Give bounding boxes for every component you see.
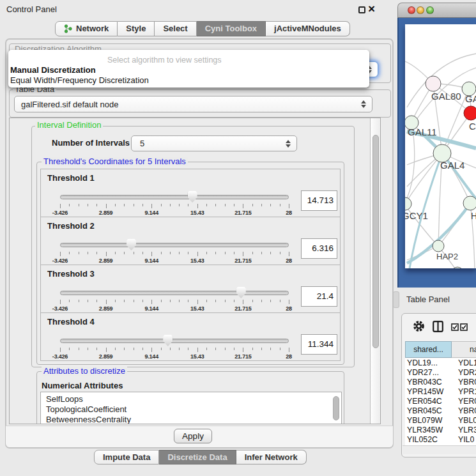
slider-track[interactable] bbox=[60, 195, 289, 199]
threshold-value-box[interactable]: 6.316 bbox=[301, 238, 337, 259]
apply-button[interactable]: Apply bbox=[174, 429, 212, 443]
popup-item-equal-width-frequency[interactable]: Equal Width/Frequency Discretization bbox=[10, 75, 368, 85]
table-cell[interactable]: YBR0 bbox=[452, 406, 476, 416]
table-row[interactable]: YPR145WYPR1 bbox=[405, 387, 476, 397]
tab-impute-data[interactable]: Impute Data bbox=[94, 450, 159, 464]
slider-tick bbox=[106, 204, 107, 208]
slider-track[interactable] bbox=[60, 243, 289, 247]
slider-tick bbox=[261, 300, 262, 302]
panel-scrollbar[interactable] bbox=[370, 118, 381, 424]
settings-scroll-panel: Interval Definition Number of Intervals … bbox=[9, 118, 381, 424]
split-columns-icon[interactable] bbox=[433, 321, 443, 332]
table-column-header[interactable]: na bbox=[452, 341, 476, 358]
table-cell[interactable]: YLR3 bbox=[452, 426, 476, 435]
table-cell[interactable]: YIL0 bbox=[452, 435, 474, 445]
threshold-slider[interactable]: -3.4262.8599.14415.4321.71528 bbox=[60, 191, 289, 217]
threshold-value-box[interactable]: 14.713 bbox=[301, 190, 337, 211]
network-node[interactable] bbox=[405, 197, 411, 210]
slider-thumb[interactable] bbox=[188, 191, 197, 203]
slider-tick bbox=[151, 204, 152, 208]
slider-tick-label: 28 bbox=[286, 305, 292, 312]
threshold-slider[interactable]: -3.4262.8599.14415.4321.71528 bbox=[60, 335, 289, 360]
slider-tick bbox=[151, 300, 152, 304]
list-scrollbar-thumb[interactable] bbox=[333, 396, 339, 420]
panel-scrollbar-thumb[interactable] bbox=[372, 135, 379, 348]
panel-divider-handle[interactable] bbox=[393, 291, 399, 308]
table-row[interactable]: YLR345WYLR3 bbox=[405, 426, 476, 435]
slider-track[interactable] bbox=[60, 339, 289, 343]
table-cell[interactable]: YBR0 bbox=[452, 378, 476, 387]
checkbox-icon[interactable] bbox=[460, 323, 468, 331]
slider-thumb[interactable] bbox=[236, 287, 246, 298]
table-cell[interactable]: YIL052C bbox=[405, 435, 452, 445]
threshold-value-box[interactable]: 11.344 bbox=[301, 334, 337, 355]
slider-tick bbox=[161, 204, 162, 206]
checkbox-icon[interactable] bbox=[451, 323, 459, 331]
tab-style[interactable]: Style bbox=[118, 21, 155, 36]
table-row[interactable]: YIL052CYIL0 bbox=[405, 435, 476, 445]
slider-track[interactable] bbox=[60, 291, 289, 295]
slider-thumb[interactable] bbox=[163, 335, 173, 346]
attribute-list-item[interactable]: TopologicalCoefficient bbox=[41, 404, 341, 415]
slider-tick bbox=[124, 348, 125, 350]
tab-discretize-data[interactable]: Discretize Data bbox=[159, 450, 236, 464]
popup-item-manual-discretization[interactable]: Manual Discretization bbox=[10, 65, 368, 75]
slider-tick-label: 2.859 bbox=[99, 210, 113, 216]
attribute-list-item[interactable]: BetweennessCentrality bbox=[41, 415, 341, 424]
threshold-label: Threshold 1 bbox=[47, 173, 95, 183]
table-cell[interactable]: YBR045C bbox=[405, 406, 452, 416]
table-cell[interactable]: YDR27... bbox=[405, 368, 452, 378]
table-cell[interactable]: YER0 bbox=[452, 397, 476, 406]
tab-cyni-toolbox[interactable]: Cyni Toolbox bbox=[197, 21, 266, 36]
slider-tick bbox=[115, 300, 116, 302]
table-cell[interactable]: YDR2 bbox=[452, 368, 476, 378]
attribute-list-item[interactable]: SelfLoops bbox=[41, 394, 341, 404]
float-window-icon[interactable] bbox=[358, 6, 365, 13]
tab-infer-network[interactable]: Infer Network bbox=[236, 450, 307, 464]
gear-icon[interactable] bbox=[413, 320, 425, 332]
number-of-intervals-select[interactable]: 5 bbox=[131, 135, 297, 151]
network-node[interactable] bbox=[464, 106, 476, 120]
table-hscrollbar[interactable] bbox=[403, 445, 476, 454]
numerical-attributes-list[interactable]: SelfLoopsTopologicalCoefficientBetweenne… bbox=[40, 392, 342, 424]
table-cell[interactable]: YDL19... bbox=[405, 358, 452, 368]
table-row[interactable]: YBL079WYBL0 bbox=[405, 416, 476, 426]
mac-close-icon[interactable] bbox=[408, 6, 415, 14]
table-cell[interactable]: YBR043C bbox=[405, 378, 452, 387]
slider-tick bbox=[69, 348, 70, 350]
table-row[interactable]: YDL19...YDL1 bbox=[405, 358, 476, 368]
threshold-slider[interactable]: -3.4262.8599.14415.4321.71528 bbox=[60, 239, 289, 265]
table-cell[interactable]: YPR1 bbox=[452, 387, 476, 397]
table-row[interactable]: YER054CYER0 bbox=[405, 397, 476, 406]
network-canvas[interactable]: GAL80GACGAL11GAL4GCY1HHAP2 bbox=[405, 24, 476, 268]
slider-thumb[interactable] bbox=[127, 239, 136, 250]
network-node-label: C bbox=[469, 121, 476, 132]
table-row[interactable]: YBR045CYBR0 bbox=[405, 406, 476, 416]
close-icon[interactable]: × bbox=[368, 1, 375, 17]
table-data-select[interactable]: galFiltered.sif default node bbox=[14, 96, 372, 112]
network-node[interactable] bbox=[451, 267, 464, 268]
network-node[interactable] bbox=[426, 76, 441, 91]
tab-label: Discretize Data bbox=[167, 450, 227, 464]
slider-tick bbox=[225, 300, 226, 302]
tab-jactivemnodules[interactable]: jActiveMNodules bbox=[266, 21, 350, 36]
threshold-value-box[interactable]: 21.4 bbox=[301, 286, 337, 307]
table-cell[interactable]: YDL1 bbox=[452, 358, 476, 368]
table-cell[interactable]: YPR145W bbox=[405, 387, 452, 397]
network-node-label: GAL4 bbox=[440, 160, 464, 171]
table-cell[interactable]: YBL0 bbox=[452, 416, 476, 426]
table-column-header[interactable]: shared... bbox=[405, 341, 452, 358]
mac-zoom-icon[interactable] bbox=[426, 6, 434, 14]
tab-label: Cyni Toolbox bbox=[205, 22, 257, 36]
network-node[interactable] bbox=[433, 240, 444, 252]
table-cell[interactable]: YLR345W bbox=[405, 426, 452, 435]
mac-minimize-icon[interactable] bbox=[417, 6, 424, 14]
threshold-slider[interactable]: -3.4262.8599.14415.4321.71528 bbox=[60, 287, 289, 312]
tab-select[interactable]: Select bbox=[155, 21, 196, 36]
table-row[interactable]: YDR27...YDR2 bbox=[405, 368, 476, 378]
table-cell[interactable]: YER054C bbox=[405, 397, 452, 406]
table-row[interactable]: YBR043CYBR0 bbox=[405, 378, 476, 387]
network-node[interactable] bbox=[463, 196, 476, 210]
table-cell[interactable]: YBL079W bbox=[405, 416, 452, 426]
tab-network[interactable]: Network bbox=[55, 21, 118, 36]
